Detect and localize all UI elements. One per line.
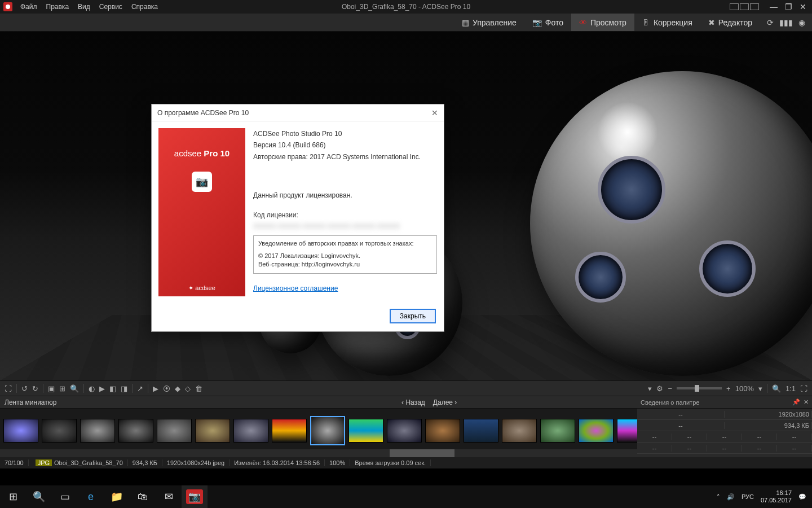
mode-photo[interactable]: 📷Фото	[524, 14, 571, 31]
status-filesize: 934,3 КБ	[128, 459, 162, 466]
external-icon[interactable]: ↗	[137, 384, 143, 393]
fit-window-icon[interactable]: ⛶	[800, 384, 807, 393]
menu-tools[interactable]: Сервис	[95, 3, 127, 11]
thumb[interactable]	[3, 419, 38, 443]
slideshow-icon[interactable]: ▶	[153, 384, 158, 393]
filmstrip-label: Лента миниатюр	[0, 398, 61, 406]
chevron-down-icon[interactable]: ▾	[758, 384, 762, 393]
volume-icon[interactable]: 🔊	[727, 493, 735, 501]
thumb[interactable]	[387, 419, 422, 443]
thumb[interactable]	[42, 419, 77, 443]
thumb[interactable]	[233, 419, 268, 443]
store-icon[interactable]: 🛍	[130, 485, 156, 508]
stats-icon[interactable]: ▮▮▮	[779, 18, 793, 27]
titlebar: Файл Правка Вид Сервис Справка Oboi_3D_G…	[0, 0, 812, 14]
camera-icon: 📷	[192, 172, 212, 192]
license-key-value: XXXXX-XXXXX-XXXXX-XXXXX-XXXXX-XXXXX	[253, 221, 437, 232]
status-position: 70/100	[0, 459, 29, 466]
down-icon[interactable]: ▾	[648, 384, 652, 393]
minimize-button[interactable]: —	[767, 2, 780, 11]
zoom-out-icon[interactable]: −	[668, 384, 672, 393]
status-loadtime: Время загрузки 0.09 сек.	[350, 459, 431, 466]
dialog-close-button[interactable]: Закрыть	[390, 309, 436, 323]
notifications-icon[interactable]: 💬	[798, 493, 806, 501]
thumb[interactable]	[80, 419, 115, 443]
thumb[interactable]	[579, 419, 614, 443]
grid-icon: ▦	[462, 18, 469, 27]
tool-icon-3[interactable]: ◆	[175, 384, 180, 393]
tool-icon-2[interactable]: ◨	[121, 384, 127, 393]
thumb[interactable]	[272, 419, 307, 443]
actual-size-icon[interactable]: 🔍	[772, 384, 781, 393]
layout-icon-2[interactable]	[740, 3, 749, 10]
zoom-value: 100%	[735, 384, 754, 393]
filmstrip-back[interactable]: ‹ Назад	[401, 398, 425, 406]
select-icon[interactable]: ▣	[48, 384, 55, 393]
play-icon[interactable]: ▶	[99, 384, 105, 393]
menu-file[interactable]: Файл	[16, 3, 42, 11]
palette-title: Сведения о палитре	[641, 399, 699, 406]
search-icon[interactable]: 🔍	[26, 485, 52, 508]
dialog-close-icon[interactable]: ✕	[431, 108, 438, 117]
license-agreement-link[interactable]: Лицензионное соглашение	[253, 283, 338, 294]
thumb-selected[interactable]	[310, 416, 345, 445]
thumb[interactable]	[425, 419, 460, 443]
fit-icon[interactable]: ⛶	[5, 384, 12, 393]
mode-view[interactable]: 👁Просмотр	[571, 14, 634, 31]
crop-icon[interactable]: ⊞	[59, 384, 65, 393]
thumb[interactable]	[540, 419, 575, 443]
mail-icon[interactable]: ✉	[156, 485, 182, 508]
rotate-left-icon[interactable]: ↺	[21, 384, 28, 393]
gear-icon[interactable]: ⚙	[656, 384, 663, 393]
about-dialog: О программе ACDSee Pro 10 ✕ acdsee Pro 1…	[151, 104, 444, 332]
sync-icon[interactable]: ◉	[798, 18, 805, 27]
menu-view[interactable]: Вид	[73, 3, 95, 11]
ratio-label[interactable]: 1:1	[785, 384, 796, 393]
status-filename: Oboi_3D_Grafika_58_70	[54, 459, 123, 466]
language-indicator[interactable]: РУС	[742, 493, 754, 500]
exposure-icon[interactable]: ◐	[89, 384, 95, 393]
trash-icon[interactable]: 🗑	[195, 384, 202, 393]
zoom-slider[interactable]	[677, 387, 722, 389]
thumb[interactable]	[118, 419, 153, 443]
taskview-icon[interactable]: ▭	[52, 485, 78, 508]
tray-up-icon[interactable]: ˄	[717, 493, 720, 501]
mode-edit[interactable]: ✖Редактор	[700, 14, 760, 31]
filmstrip-forward[interactable]: Далее ›	[433, 398, 457, 406]
dialog-title: О программе ACDSee Pro 10	[157, 109, 249, 117]
thumb[interactable]	[502, 419, 537, 443]
menu-edit[interactable]: Правка	[42, 3, 74, 11]
menu-help[interactable]: Справка	[127, 3, 162, 11]
record-icon[interactable]: ⦿	[163, 384, 170, 393]
thumb[interactable]	[157, 419, 192, 443]
mode-manage[interactable]: ▦Управление	[454, 14, 524, 31]
eye-icon: 👁	[579, 18, 587, 27]
acdsee-task-icon[interactable]: 📷	[182, 485, 208, 508]
thumb[interactable]	[195, 419, 230, 443]
status-zoom: 100%	[325, 459, 350, 466]
cloud-365-icon[interactable]: ⟳	[767, 18, 774, 27]
licensed-label: Данный продукт лицензирован.	[253, 190, 437, 201]
clock[interactable]: 16:17 07.05.2017	[761, 489, 792, 504]
maximize-button[interactable]: ❐	[782, 2, 795, 11]
tool-icon-1[interactable]: ◧	[109, 384, 116, 393]
viewer-toolbar: ⛶ ↺ ↻ ▣ ⊞ 🔍 ◐ ▶ ◧ ◨ ↗ ▶ ⦿ ◆ ◇ 🗑 ▾ ⚙ − + …	[0, 380, 812, 396]
license-notice-box[interactable]: Уведомление об авторских правах и торгов…	[253, 235, 437, 274]
layout-icon-3[interactable]	[750, 3, 759, 10]
mode-develop[interactable]: 🎚Коррекция	[634, 14, 700, 31]
status-format: JPG	[36, 459, 52, 466]
rotate-right-icon[interactable]: ↻	[32, 384, 38, 393]
palette-close-icon[interactable]: ✕	[804, 398, 809, 406]
pin-icon[interactable]: 📌	[792, 398, 800, 406]
close-button[interactable]: ✕	[796, 2, 810, 11]
tool-icon-4[interactable]: ◇	[185, 384, 191, 393]
zoom-icon[interactable]: 🔍	[70, 384, 79, 393]
palette-resolution: 1920x1080	[725, 411, 812, 418]
thumb[interactable]	[348, 419, 383, 443]
explorer-icon[interactable]: 📁	[104, 485, 130, 508]
zoom-in-icon[interactable]: +	[726, 384, 731, 393]
thumb[interactable]	[464, 419, 498, 443]
layout-icon-1[interactable]	[730, 3, 739, 10]
start-button[interactable]: ⊞	[0, 485, 26, 508]
edge-icon[interactable]: e	[78, 485, 104, 508]
